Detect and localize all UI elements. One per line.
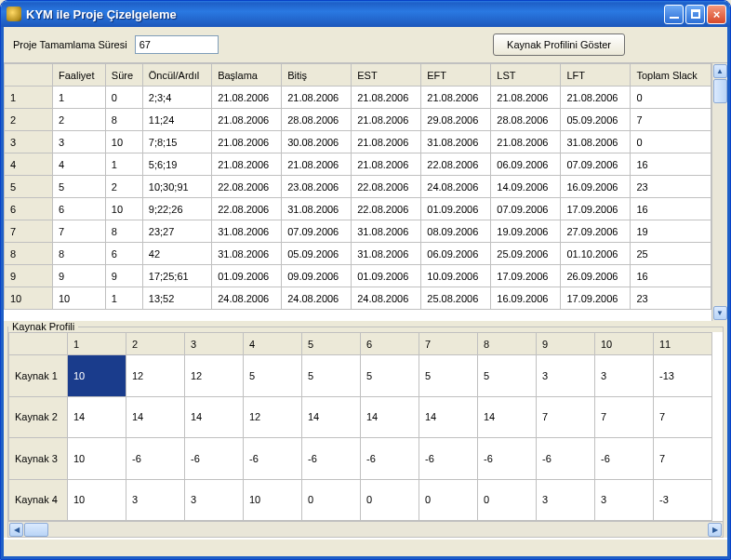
cell[interactable]: 21.08.2006	[352, 109, 421, 131]
cell[interactable]: 7	[53, 220, 106, 243]
table-row[interactable]: Kaynak 4103310000033-3	[9, 479, 712, 521]
cell[interactable]: 2;3;4	[142, 87, 211, 109]
cell[interactable]: 21.08.2006	[491, 87, 561, 109]
cell[interactable]: -6	[244, 438, 302, 480]
column-header[interactable]: Başlama	[212, 64, 282, 87]
cell[interactable]: 0	[631, 131, 711, 153]
cell[interactable]: 29.08.2006	[421, 109, 491, 131]
minimize-button[interactable]	[664, 5, 684, 24]
cell[interactable]: 5	[53, 176, 106, 198]
column-header[interactable]: LFT	[561, 64, 631, 87]
cell[interactable]: 7;8;15	[142, 131, 211, 153]
cell[interactable]: 21.08.2006	[282, 87, 352, 109]
column-header[interactable]: Faaliyet	[53, 64, 106, 87]
cell[interactable]: 21.08.2006	[212, 87, 282, 109]
cell[interactable]: 10	[68, 438, 126, 480]
cell[interactable]: 7	[631, 109, 711, 131]
cell[interactable]: 5	[361, 355, 419, 397]
cell[interactable]: 12	[185, 355, 244, 397]
cell[interactable]: 21.08.2006	[421, 87, 491, 109]
cell[interactable]: -6	[595, 438, 654, 480]
cell[interactable]: 28.08.2006	[491, 109, 561, 131]
cell[interactable]: 10	[53, 287, 106, 310]
cell[interactable]: 21.08.2006	[352, 131, 421, 153]
row-header[interactable]: 1	[5, 87, 53, 109]
table-row[interactable]: 33107;8;1521.08.200630.08.200621.08.2006…	[5, 131, 711, 153]
cell[interactable]: 24.08.2006	[421, 176, 491, 198]
cell[interactable]: 3	[126, 479, 185, 521]
activity-grid[interactable]: FaaliyetSüreÖncül/ArdılBaşlamaBitişESTEF…	[4, 63, 711, 321]
cell[interactable]: 9	[53, 265, 106, 287]
row-header[interactable]: Kaynak 2	[9, 396, 68, 438]
table-row[interactable]: 66109;22;2622.08.200631.08.200622.08.200…	[5, 198, 711, 220]
show-profile-button[interactable]: Kaynak Profilini Göster	[493, 33, 625, 56]
cell[interactable]: 30.08.2006	[282, 131, 352, 153]
cell[interactable]: 5	[302, 355, 361, 397]
column-header[interactable]: 1	[68, 333, 126, 355]
cell[interactable]: 16.09.2006	[491, 287, 561, 310]
cell[interactable]: -6	[478, 438, 537, 480]
cell[interactable]: 23.08.2006	[282, 176, 352, 198]
cell[interactable]: 22.08.2006	[212, 198, 282, 220]
cell[interactable]: 22.08.2006	[421, 153, 491, 176]
cell[interactable]: 14	[68, 396, 126, 438]
cell[interactable]: 7	[537, 396, 595, 438]
scroll-down-icon[interactable]: ▼	[713, 306, 727, 320]
cell[interactable]: 26.09.2006	[561, 265, 631, 287]
cell[interactable]: 16	[631, 153, 711, 176]
cell[interactable]: 21.08.2006	[212, 109, 282, 131]
column-header[interactable]: Öncül/Ardıl	[142, 64, 211, 87]
cell[interactable]: 23	[631, 287, 711, 310]
cell[interactable]: 31.08.2006	[212, 243, 282, 265]
cell[interactable]: 16	[631, 198, 711, 220]
cell[interactable]: 27.09.2006	[561, 220, 631, 243]
vertical-scrollbar[interactable]: ▲ ▼	[711, 63, 727, 321]
cell[interactable]: 3	[185, 479, 244, 521]
cell[interactable]: 21.08.2006	[352, 87, 421, 109]
cell[interactable]: 31.08.2006	[212, 220, 282, 243]
column-header[interactable]: 3	[185, 333, 244, 355]
cell[interactable]: 21.08.2006	[561, 87, 631, 109]
cell[interactable]: 17;25;61	[142, 265, 211, 287]
cell[interactable]: 31.08.2006	[352, 220, 421, 243]
cell[interactable]: 05.09.2006	[561, 109, 631, 131]
cell[interactable]: 17.09.2006	[561, 198, 631, 220]
cell[interactable]: 0	[302, 479, 361, 521]
row-header[interactable]: 5	[5, 176, 53, 198]
row-header[interactable]: Kaynak 4	[9, 479, 68, 521]
cell[interactable]: 25.08.2006	[421, 287, 491, 310]
maximize-button[interactable]	[685, 5, 705, 24]
resource-profile-grid[interactable]: 1234567891011 Kaynak 11012125555533-13Ka…	[8, 332, 723, 521]
cell[interactable]: 9	[105, 265, 142, 287]
row-header[interactable]: 3	[5, 131, 53, 153]
cell[interactable]: 3	[595, 479, 654, 521]
cell[interactable]: 22.08.2006	[352, 198, 421, 220]
cell[interactable]: 3	[537, 355, 595, 397]
cell[interactable]: 21.08.2006	[352, 153, 421, 176]
cell[interactable]: 14	[419, 396, 478, 438]
cell[interactable]: 10	[244, 479, 302, 521]
cell[interactable]: 42	[142, 243, 211, 265]
cell[interactable]: -6	[185, 438, 244, 480]
column-header[interactable]: Bitiş	[282, 64, 352, 87]
cell[interactable]: 28.08.2006	[282, 109, 352, 131]
cell[interactable]: 14	[361, 396, 419, 438]
cell[interactable]: 10.09.2006	[421, 265, 491, 287]
scroll-thumb-h[interactable]	[24, 523, 48, 537]
cell[interactable]: -6	[419, 438, 478, 480]
cell[interactable]: 21.08.2006	[282, 153, 352, 176]
column-header[interactable]: Süre	[105, 64, 142, 87]
cell[interactable]: 07.09.2006	[491, 198, 561, 220]
row-header[interactable]: 9	[5, 265, 53, 287]
cell[interactable]: 23;27	[142, 220, 211, 243]
table-row[interactable]: 1010113;5224.08.200624.08.200624.08.2006…	[5, 287, 711, 310]
row-header[interactable]: 6	[5, 198, 53, 220]
cell[interactable]: 14	[478, 396, 537, 438]
cell[interactable]: 5	[244, 355, 302, 397]
cell[interactable]: -3	[654, 479, 712, 521]
cell[interactable]: 4	[53, 153, 106, 176]
table-row[interactable]: Kaynak 11012125555533-13	[9, 355, 712, 397]
cell[interactable]: -6	[126, 438, 185, 480]
row-header[interactable]: 7	[5, 220, 53, 243]
table-row[interactable]: 8864231.08.200605.09.200631.08.200606.09…	[5, 243, 711, 265]
